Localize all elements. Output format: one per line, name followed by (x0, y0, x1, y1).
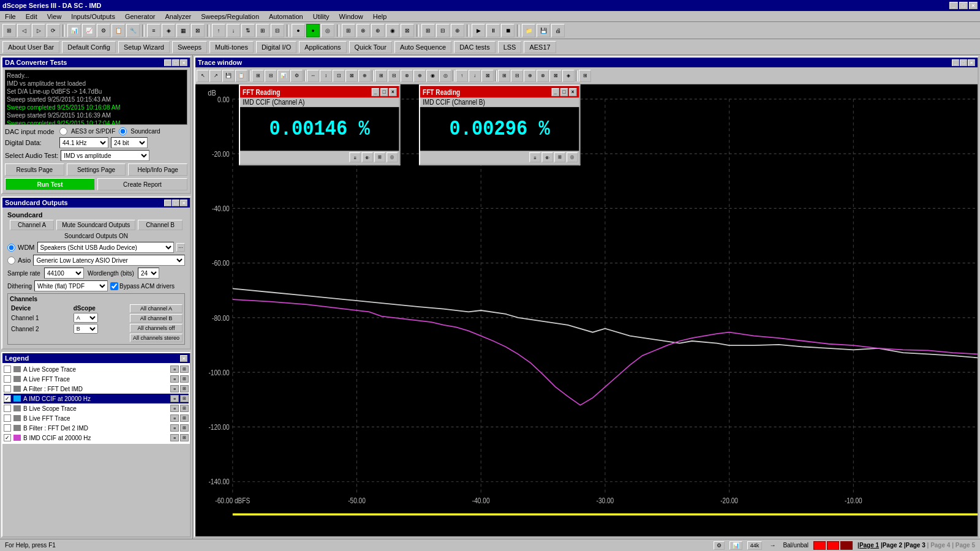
menu-analyzer[interactable]: Analyzer (162, 12, 194, 21)
maximize-button[interactable]: □ (959, 2, 968, 9)
nav-digital-io[interactable]: Digital I/O (256, 41, 296, 53)
toolbar-btn-28[interactable]: ⊟ (436, 24, 450, 37)
toolbar-btn-5[interactable]: 📊 (67, 24, 81, 37)
toolbar-btn-7[interactable]: ⚙ (97, 24, 110, 37)
wordlength-select[interactable]: 24 (138, 268, 159, 279)
toolbar-btn-2[interactable]: ◁ (17, 24, 31, 37)
channel-2-select[interactable]: B (74, 324, 98, 334)
toolbar-btn-12[interactable]: ▦ (176, 24, 190, 37)
wdm-config-btn[interactable]: ⋯ (176, 243, 185, 252)
wdm-select[interactable]: Speakers (Schit USB Audio Device) (37, 242, 175, 253)
all-channels-off-button[interactable]: All channels off (130, 324, 183, 332)
channel-a-button[interactable]: Channel A (10, 220, 54, 230)
soundcard-maximize[interactable]: □ (172, 200, 179, 206)
asio-select[interactable]: Generic Low Latency ASIO Driver (33, 255, 185, 266)
legend-icon-4a[interactable]: ≡ (170, 395, 179, 402)
nav-setup-wizard[interactable]: Setup Wizard (118, 41, 170, 53)
trace-btn-21[interactable]: ↓ (469, 70, 481, 82)
toolbar-btn-10[interactable]: ≡ (147, 24, 160, 37)
nav-default-config[interactable]: Default Config (62, 41, 116, 53)
menu-help[interactable]: Help (371, 12, 390, 21)
legend-icon-2a[interactable]: ≡ (170, 375, 179, 383)
menu-automation[interactable]: Automation (266, 12, 306, 21)
toolbar-btn-8[interactable]: 📋 (111, 24, 125, 37)
menu-utility[interactable]: Utility (311, 12, 332, 21)
menu-edit[interactable]: Edit (23, 12, 40, 21)
trace-btn-5[interactable]: ⊞ (252, 70, 264, 82)
legend-icon-2b[interactable]: ⊞ (180, 375, 189, 383)
nav-sweeps[interactable]: Sweeps (172, 41, 207, 53)
legend-icon-6b[interactable]: ⊞ (180, 414, 189, 422)
legend-icon-5a[interactable]: ≡ (170, 405, 179, 412)
radio-aes3[interactable] (59, 127, 67, 135)
soundcard-close[interactable]: × (180, 200, 187, 206)
create-report-button[interactable]: Create Report (97, 178, 187, 190)
trace-btn-9[interactable]: ↔ (307, 70, 319, 82)
legend-icon-7b[interactable]: ⊞ (180, 424, 189, 432)
nav-about-user-bar[interactable]: About User Bar (2, 41, 59, 53)
nav-multi-tones[interactable]: Multi-tones (209, 41, 254, 53)
legend-item-1[interactable]: A Live Scope Trace ≡ ⊞ (4, 364, 189, 374)
legend-icon-3b[interactable]: ⊞ (180, 385, 189, 392)
toolbar-btn-25[interactable]: ◉ (386, 24, 399, 37)
legend-item-2[interactable]: A Live FFT Trace ≡ ⊞ (4, 374, 189, 384)
trace-btn-3[interactable]: 💾 (222, 70, 235, 82)
status-btn-1[interactable]: ⚙ (714, 541, 725, 550)
toolbar-btn-22[interactable]: ⊞ (342, 24, 355, 37)
menu-inputs-outputs[interactable]: Inputs/Outputs (69, 12, 118, 21)
menu-file[interactable]: File (2, 12, 18, 21)
radio-soundcard[interactable] (119, 127, 127, 135)
toolbar-btn-17[interactable]: ⊞ (256, 24, 270, 37)
legend-check-5[interactable] (4, 405, 11, 412)
trace-btn-26[interactable]: ⊗ (537, 70, 549, 82)
toolbar-btn-4[interactable]: ⟳ (47, 24, 60, 37)
page-3[interactable]: |Page 3 (904, 542, 925, 549)
toolbar-btn-26[interactable]: ⊠ (401, 24, 414, 37)
trace-btn-15[interactable]: ⊟ (388, 70, 400, 82)
toolbar-btn-19[interactable]: ● (292, 24, 305, 37)
legend-icon-1a[interactable]: ≡ (170, 365, 179, 373)
da-converter-minimize[interactable]: _ (164, 59, 172, 66)
trace-btn-22[interactable]: ⊠ (481, 70, 494, 82)
toolbar-btn-13[interactable]: ⊠ (191, 24, 205, 37)
menu-view[interactable]: View (45, 12, 64, 21)
sample-rate-select[interactable]: 44100 (44, 268, 84, 279)
digital-bits-select[interactable]: 24 bit (111, 137, 148, 148)
menu-sweeps-regulation[interactable]: Sweeps/Regulation (198, 12, 262, 21)
legend-icon-8b[interactable]: ⊞ (180, 434, 189, 441)
nav-auto-sequence[interactable]: Auto Sequence (394, 41, 451, 53)
legend-item-8[interactable]: ✓ B IMD CCIF at 20000 Hz ≡ ⊞ (4, 433, 189, 443)
toolbar-btn-9[interactable]: 🔧 (126, 24, 140, 37)
trace-minimize[interactable]: _ (952, 59, 959, 66)
menu-window[interactable]: Window (337, 12, 366, 21)
legend-check-1[interactable] (4, 365, 11, 373)
results-page-button[interactable]: Results Page (5, 163, 64, 176)
legend-icon-3a[interactable]: ≡ (170, 385, 179, 392)
trace-btn-19[interactable]: ◎ (439, 70, 451, 82)
settings-page-button[interactable]: Settings Page (67, 163, 126, 176)
legend-check-6[interactable] (4, 414, 11, 422)
legend-item-7[interactable]: B Filter : FFT Det 2 IMD ≡ ⊞ (4, 423, 189, 433)
toolbar-btn-15[interactable]: ↓ (227, 24, 240, 37)
trace-btn-27[interactable]: ⊠ (549, 70, 562, 82)
toolbar-btn-23[interactable]: ⊗ (356, 24, 370, 37)
all-channel-a-button[interactable]: All channel A (130, 304, 183, 313)
trace-btn-25[interactable]: ⊕ (524, 70, 536, 82)
trace-btn-6[interactable]: ⊟ (265, 70, 277, 82)
trace-btn-14[interactable]: ⊞ (375, 70, 387, 82)
status-btn-3[interactable]: 44k (747, 541, 763, 550)
legend-check-3[interactable] (4, 385, 11, 392)
legend-item-5[interactable]: B Live Scope Trace ≡ ⊞ (4, 403, 189, 413)
nav-dac-tests[interactable]: DAC tests (454, 41, 496, 53)
digital-data-select[interactable]: 44.1 kHz (59, 137, 108, 148)
trace-btn-20[interactable]: ↑ (456, 70, 468, 82)
toolbar-btn-35[interactable]: 🖨 (551, 24, 565, 37)
trace-btn-16[interactable]: ⊗ (401, 70, 413, 82)
trace-btn-24[interactable]: ⊟ (511, 70, 523, 82)
trace-btn-10[interactable]: ↕ (320, 70, 332, 82)
trace-btn-17[interactable]: ⊕ (413, 70, 426, 82)
toolbar-btn-18[interactable]: ⊟ (271, 24, 284, 37)
trace-btn-7[interactable]: 📊 (277, 70, 290, 82)
toolbar-btn-27[interactable]: ⊞ (421, 24, 435, 37)
toolbar-btn-30[interactable]: ▶ (472, 24, 485, 37)
